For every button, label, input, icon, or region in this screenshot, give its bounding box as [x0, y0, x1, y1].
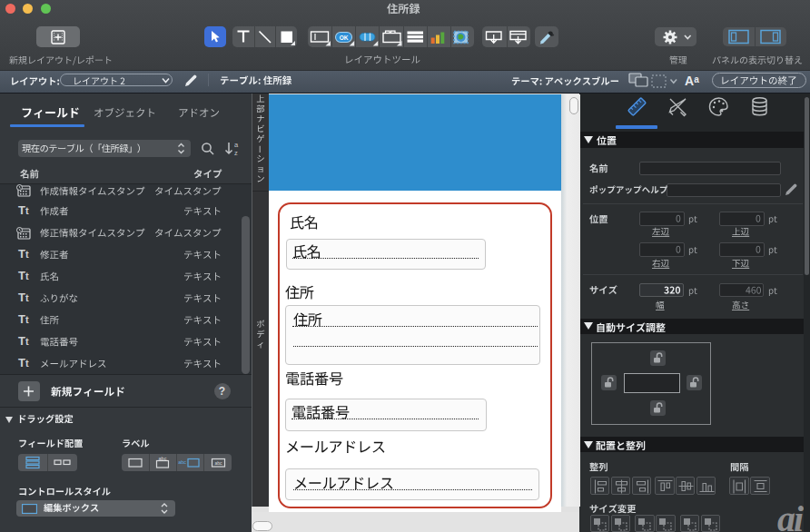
svg-text:abc: abc	[158, 455, 166, 460]
svg-text:abc: abc	[178, 459, 186, 465]
svg-text:OK: OK	[340, 34, 349, 41]
svg-text:abc: abc	[214, 460, 222, 466]
svg-text:a: a	[234, 141, 239, 149]
svg-text:z: z	[234, 149, 238, 157]
